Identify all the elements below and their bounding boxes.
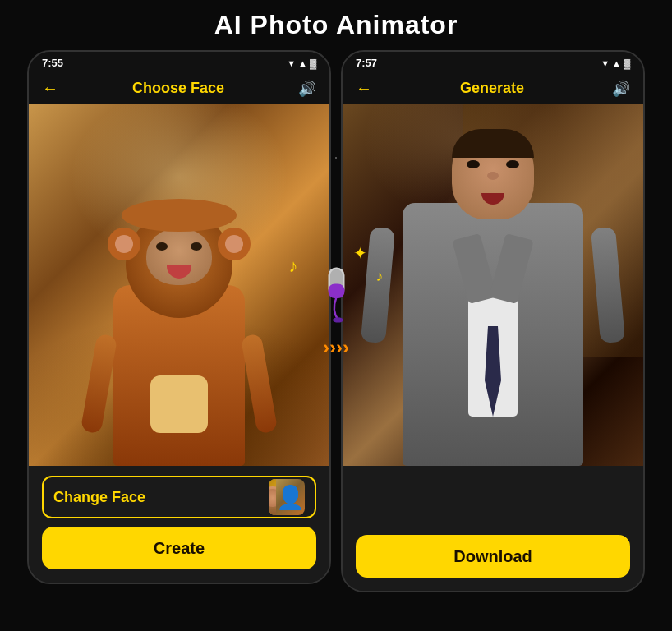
create-label: Create [154,539,205,558]
left-status-bar: 7:55 ▼ ▲ ▓ [29,52,329,72]
left-status-time: 7:55 [42,57,63,69]
left-phone: 7:55 ▼ ▲ ▓ ← Choose Face 🔊 [27,50,331,584]
triple-arrows: › › › › [323,336,349,359]
download-button[interactable]: Download [356,535,630,578]
svg-point-3 [333,317,343,322]
svg-rect-2 [328,283,344,298]
left-battery-icon: ▓ [310,58,316,68]
arrow-4-icon: › [343,336,349,359]
left-back-button[interactable]: ← [42,79,58,98]
right-nav-bar: ← Generate 🔊 [343,72,643,104]
right-battery-icon: ▓ [624,58,630,68]
microphone-icon [314,264,359,329]
right-photo-overlay [343,104,643,466]
right-signal-icon: ▼ [601,58,610,68]
right-status-bar: 7:57 ▼ ▲ ▓ [343,52,643,72]
change-face-button[interactable]: Change Face [42,476,316,518]
right-nav-title: Generate [460,80,524,97]
right-photo-background [343,104,643,466]
right-back-button[interactable]: ← [356,79,372,98]
right-phone: 7:57 ▼ ▲ ▓ ← Generate 🔊 [341,50,645,592]
left-nav-title: Choose Face [132,80,224,97]
create-button[interactable]: Create [42,527,316,569]
left-photo-overlay [29,104,329,466]
download-label: Download [453,547,532,566]
arrow-1-icon: › [323,336,329,359]
center-animation-elements: ✦ ♪ ♪ › › › › [303,264,369,359]
right-phone-bottom: Download [343,466,643,591]
music-note-left-icon: ♪ [289,256,298,277]
sparkle-icon: ✦ [353,243,367,263]
right-sound-button[interactable]: 🔊 [612,80,630,98]
left-sound-button[interactable]: 🔊 [298,80,316,98]
left-phone-bottom: Change Face Create [29,466,329,583]
right-wifi-icon: ▲ [612,58,621,68]
face-thumbnail [269,479,305,515]
right-photo-area [343,104,643,466]
left-wifi-icon: ▲ [298,58,307,68]
right-status-icons: ▼ ▲ ▓ [601,58,630,68]
left-signal-icon: ▼ [287,58,296,68]
left-photo-area [29,104,329,466]
right-status-time: 7:57 [356,57,377,69]
arrow-3-icon: › [336,336,343,359]
page-title: AI Photo Animator [214,10,458,40]
microphone-wrapper: ✦ ♪ ♪ [314,264,359,329]
arrow-2-icon: › [329,336,336,359]
music-note-right-icon: ♪ [376,268,384,285]
left-photo-background [29,104,329,466]
change-face-label: Change Face [53,489,145,506]
face-thumbnail-inner [269,479,276,515]
left-status-icons: ▼ ▲ ▓ [287,58,316,68]
left-nav-bar: ← Choose Face 🔊 [29,72,329,104]
